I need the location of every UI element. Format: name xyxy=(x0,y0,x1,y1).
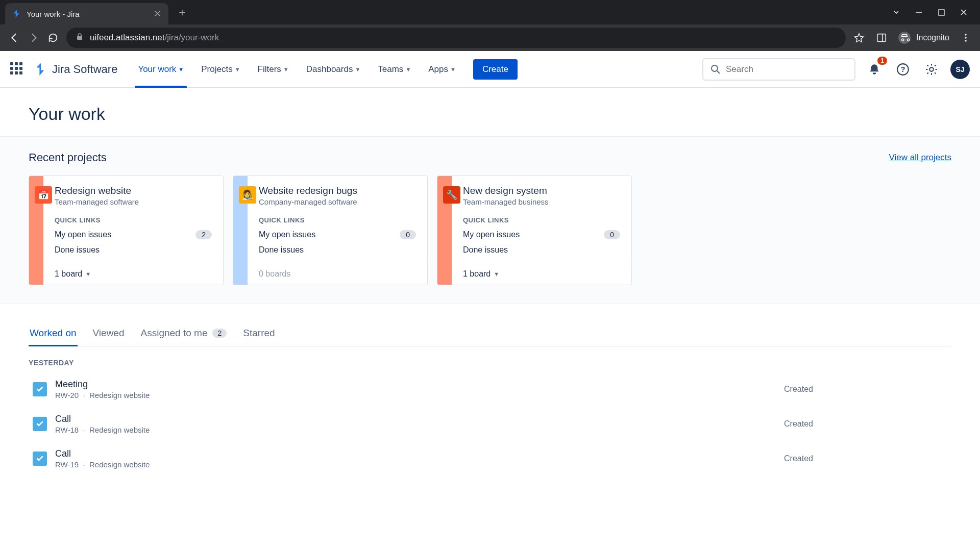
issue-meta: RW-19 · Redesign website xyxy=(55,460,776,469)
chevron-down-icon: ▼ xyxy=(283,66,289,72)
open-issues-count: 0 xyxy=(604,230,620,239)
tab-worked-on[interactable]: Worked on xyxy=(29,322,78,346)
chevron-down-icon: ▼ xyxy=(235,66,240,72)
issue-title: Meeting xyxy=(55,379,776,390)
project-card[interactable]: 📅 Redesign website Team-managed software… xyxy=(29,176,224,285)
issue-status: Created xyxy=(784,454,947,463)
chevron-down-icon: ▼ xyxy=(85,271,91,277)
close-window-icon[interactable] xyxy=(960,8,968,16)
incognito-icon xyxy=(898,31,911,44)
project-icon: 📅 xyxy=(35,186,52,204)
issue-row[interactable]: Call RW-19 · Redesign website Created xyxy=(29,441,951,476)
my-open-issues-link[interactable]: My open issues2 xyxy=(43,227,223,242)
svg-rect-1 xyxy=(939,10,944,15)
nav-teams[interactable]: Teams▼ xyxy=(371,51,418,88)
bookmark-icon[interactable] xyxy=(853,32,865,44)
recent-projects-section: Recent projects View all projects 📅 Rede… xyxy=(0,136,980,304)
my-open-issues-link[interactable]: My open issues0 xyxy=(248,227,427,242)
view-all-projects-link[interactable]: View all projects xyxy=(889,153,951,163)
create-button[interactable]: Create xyxy=(473,59,518,80)
notifications-button[interactable]: 1 xyxy=(865,60,884,79)
svg-point-13 xyxy=(929,67,934,71)
project-name: Redesign website xyxy=(55,185,212,196)
svg-point-8 xyxy=(965,40,967,42)
project-card[interactable]: 👩‍🎨 Website redesign bugs Company-manage… xyxy=(233,176,428,285)
issue-meta: RW-20 · Redesign website xyxy=(55,391,776,399)
issue-title: Call xyxy=(55,414,776,424)
svg-text:?: ? xyxy=(900,65,905,73)
task-type-icon xyxy=(33,417,47,431)
my-open-issues-link[interactable]: My open issues0 xyxy=(452,227,631,242)
jira-favicon-icon xyxy=(12,9,21,18)
recent-projects-heading: Recent projects xyxy=(29,151,107,164)
issue-row[interactable]: Call RW-18 · Redesign website Created xyxy=(29,407,951,441)
maximize-icon[interactable] xyxy=(937,8,945,16)
nav-apps[interactable]: Apps▼ xyxy=(421,51,463,88)
issue-status: Created xyxy=(784,385,947,394)
tab-starred[interactable]: Starred xyxy=(242,322,276,346)
help-button[interactable]: ? xyxy=(893,60,913,79)
lock-icon xyxy=(76,33,84,43)
close-tab-icon[interactable]: ✕ xyxy=(154,8,161,19)
work-tabs: Worked on Viewed Assigned to me2 Starred xyxy=(29,322,951,346)
gear-icon xyxy=(925,63,938,76)
done-issues-link[interactable]: Done issues xyxy=(43,242,223,258)
app-switcher-icon[interactable] xyxy=(10,62,24,77)
project-name: Website redesign bugs xyxy=(259,185,416,196)
incognito-indicator[interactable]: Incognito xyxy=(898,31,949,44)
quick-links-label: QUICK LINKS xyxy=(452,211,631,227)
boards-dropdown[interactable]: 1 board▼ xyxy=(43,263,223,285)
reload-icon[interactable] xyxy=(47,32,59,44)
incognito-label: Incognito xyxy=(916,33,949,42)
tab-viewed[interactable]: Viewed xyxy=(92,322,126,346)
tab-assigned[interactable]: Assigned to me2 xyxy=(140,322,228,346)
boards-dropdown[interactable]: 1 board▼ xyxy=(452,263,631,285)
quick-links-label: QUICK LINKS xyxy=(43,211,223,227)
nav-filters[interactable]: Filters▼ xyxy=(251,51,296,88)
minimize-icon[interactable] xyxy=(915,8,923,16)
chevron-down-icon: ▼ xyxy=(178,66,184,72)
forward-icon[interactable] xyxy=(28,32,40,44)
quick-links-label: QUICK LINKS xyxy=(248,211,427,227)
address-bar: uifeed.atlassian.net/jira/your-work Inco… xyxy=(0,24,980,51)
new-tab-button[interactable]: ＋ xyxy=(177,5,188,20)
page-content: Jira Software Your work▼ Projects▼ Filte… xyxy=(0,51,980,551)
svg-line-10 xyxy=(717,71,720,73)
tab-bar: Your work - Jira ✕ ＋ xyxy=(0,0,980,24)
issue-meta: RW-18 · Redesign website xyxy=(55,425,776,434)
settings-button[interactable] xyxy=(922,60,941,79)
svg-point-5 xyxy=(898,32,911,44)
search-box[interactable] xyxy=(702,58,855,81)
tab-search-icon[interactable] xyxy=(892,8,900,16)
nav-your-work[interactable]: Your work▼ xyxy=(131,51,191,88)
bell-icon xyxy=(868,63,881,76)
done-issues-link[interactable]: Done issues xyxy=(248,242,427,258)
profile-avatar[interactable]: SJ xyxy=(950,60,970,79)
issue-group-header: Yesterday xyxy=(29,346,951,372)
nav-projects[interactable]: Projects▼ xyxy=(194,51,247,88)
search-icon xyxy=(710,64,721,74)
issue-status: Created xyxy=(784,419,947,429)
assigned-count-badge: 2 xyxy=(212,329,227,338)
svg-point-6 xyxy=(965,34,967,36)
jira-logo-icon xyxy=(34,62,48,77)
issue-row[interactable]: Meeting RW-20 · Redesign website Created xyxy=(29,372,951,407)
browser-tab[interactable]: Your work - Jira ✕ xyxy=(5,3,168,24)
project-card[interactable]: 🔧 New design system Team-managed busines… xyxy=(437,176,632,285)
help-icon: ? xyxy=(896,63,910,76)
project-icon: 🔧 xyxy=(443,186,460,204)
done-issues-link[interactable]: Done issues xyxy=(452,242,631,258)
side-panel-icon[interactable] xyxy=(875,32,888,44)
open-issues-count: 2 xyxy=(195,230,212,239)
jira-logo[interactable]: Jira Software xyxy=(34,62,117,77)
project-type: Team-managed software xyxy=(55,197,212,206)
back-icon[interactable] xyxy=(8,32,20,44)
browser-chrome: Your work - Jira ✕ ＋ uifeed.atlassian.ne… xyxy=(0,0,980,51)
chrome-menu-icon[interactable] xyxy=(960,32,972,44)
boards-dropdown: 0 boards xyxy=(248,263,427,285)
project-type: Company-managed software xyxy=(259,197,416,206)
jira-logo-text: Jira Software xyxy=(52,63,117,76)
search-input[interactable] xyxy=(726,64,847,74)
nav-dashboards[interactable]: Dashboards▼ xyxy=(299,51,368,88)
url-field[interactable]: uifeed.atlassian.net/jira/your-work xyxy=(66,28,846,48)
